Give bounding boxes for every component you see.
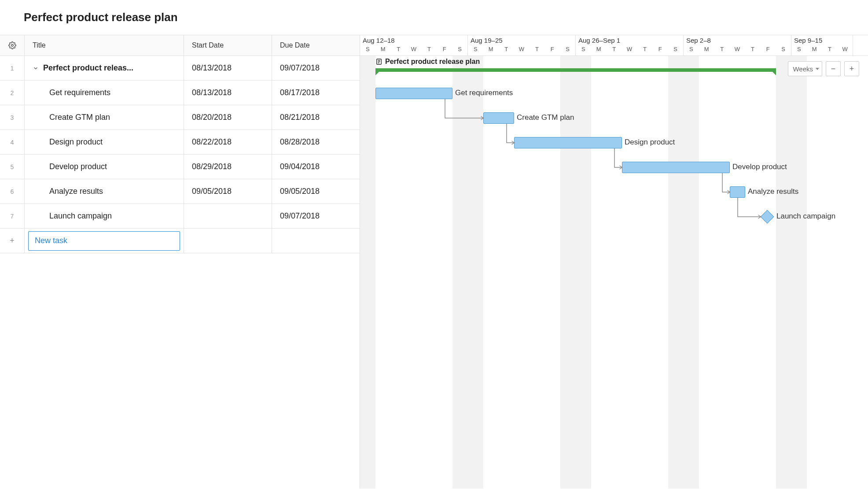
start-date-cell[interactable]: [184, 204, 272, 228]
svg-point-0: [11, 44, 13, 47]
dependency-arrow: [613, 147, 626, 171]
zoom-label: Weeks: [793, 65, 813, 73]
table-row[interactable]: 2Get requirements08/13/201808/17/2018: [0, 81, 360, 105]
task-title: Develop product: [49, 162, 107, 171]
task-bar[interactable]: [375, 88, 452, 99]
day-label: T: [637, 46, 652, 52]
start-date-cell[interactable]: 08/13/2018: [184, 81, 272, 105]
task-title-cell[interactable]: Perfect product releas...: [25, 56, 184, 80]
due-date-cell[interactable]: 08/21/2018: [272, 105, 360, 130]
new-task-row[interactable]: +: [0, 229, 360, 253]
row-number: 4: [0, 130, 25, 154]
day-label: S: [776, 46, 791, 52]
day-label: T: [499, 46, 514, 52]
chevron-down-icon: [816, 68, 819, 70]
task-bar-label: Get requirements: [455, 89, 513, 97]
task-bar-label: Design product: [625, 138, 675, 147]
day-label: S: [668, 46, 683, 52]
gantt-chart[interactable]: Aug 12–18SMTWTFSAug 19–25SMTWTFSAug 26–S…: [360, 35, 868, 489]
summary-label: Perfect product release plan: [385, 58, 480, 66]
timeline-header: Aug 12–18SMTWTFSAug 19–25SMTWTFSAug 26–S…: [360, 35, 868, 56]
week-header: Aug 26–Sep 1SMTWTFS: [576, 35, 684, 56]
day-label: T: [714, 46, 730, 52]
task-title: Create GTM plan: [49, 113, 110, 122]
start-date-cell[interactable]: 08/20/2018: [184, 105, 272, 130]
day-label: W: [406, 46, 422, 52]
due-date-cell[interactable]: 09/07/2018: [272, 204, 360, 228]
task-bar-label: Analyze results: [748, 187, 798, 196]
task-title-cell[interactable]: Design product: [25, 130, 184, 154]
col-header-start[interactable]: Start Date: [184, 35, 272, 56]
day-label: T: [607, 46, 622, 52]
row-number: 1: [0, 56, 25, 80]
gantt-row: Create GTM plan: [360, 105, 868, 130]
task-title-cell[interactable]: Create GTM plan: [25, 105, 184, 130]
day-label: S: [468, 46, 483, 52]
project-icon: [375, 58, 383, 65]
add-task-button[interactable]: +: [0, 229, 25, 253]
week-label: Sep 2–8: [684, 35, 791, 44]
due-date-cell[interactable]: 09/07/2018: [272, 56, 360, 80]
due-date-cell[interactable]: 08/28/2018: [272, 130, 360, 154]
day-label: T: [421, 46, 437, 52]
row-number: 3: [0, 105, 25, 130]
gantt-controls: Weeks − +: [788, 61, 859, 76]
day-label: T: [822, 46, 838, 52]
start-date-cell[interactable]: 09/05/2018: [184, 179, 272, 204]
page-title: Perfect product release plan: [0, 0, 868, 35]
week-header: Aug 19–25SMTWTFS: [468, 35, 576, 56]
day-label: M: [807, 46, 822, 52]
day-label: T: [529, 46, 544, 52]
dependency-arrow: [721, 171, 734, 196]
task-bar-label: Launch campaign: [776, 212, 835, 221]
due-date-cell[interactable]: 08/17/2018: [272, 81, 360, 105]
day-label: T: [391, 46, 406, 52]
day-label: S: [684, 46, 699, 52]
week-header: Aug 12–18SMTWTFS: [360, 35, 468, 56]
table-row[interactable]: 1 Perfect product releas... 08/13/2018 0…: [0, 56, 360, 81]
day-label: F: [760, 46, 776, 52]
table-row[interactable]: 5Develop product08/29/201809/04/2018: [0, 155, 360, 179]
day-label: F: [544, 46, 560, 52]
task-title-cell[interactable]: Launch campaign: [25, 204, 184, 228]
day-label: F: [437, 46, 452, 52]
task-bar[interactable]: [622, 162, 730, 173]
row-number: 5: [0, 155, 25, 179]
summary-bar[interactable]: [375, 68, 776, 72]
due-date-cell[interactable]: 09/04/2018: [272, 155, 360, 179]
zoom-in-button[interactable]: +: [844, 61, 859, 76]
week-label: Aug 19–25: [468, 35, 575, 44]
settings-button[interactable]: [0, 35, 25, 56]
week-label: Aug 26–Sep 1: [576, 35, 683, 44]
table-row[interactable]: 7Launch campaign09/07/2018: [0, 204, 360, 229]
gantt-body[interactable]: Perfect product release planGet requirem…: [360, 56, 868, 489]
start-date-cell[interactable]: 08/13/2018: [184, 56, 272, 80]
day-label: M: [375, 46, 391, 52]
start-date-cell[interactable]: 08/29/2018: [184, 155, 272, 179]
week-header: Sep 2–8SMTWTFS: [684, 35, 791, 56]
table-row[interactable]: 4Design product08/22/201808/28/2018: [0, 130, 360, 155]
task-title-cell[interactable]: Develop product: [25, 155, 184, 179]
dependency-arrow: [443, 97, 487, 122]
day-label: S: [560, 46, 575, 52]
task-title-cell[interactable]: Analyze results: [25, 179, 184, 204]
day-label: M: [483, 46, 499, 52]
zoom-out-button[interactable]: −: [826, 61, 841, 76]
day-label: S: [576, 46, 591, 52]
due-date-cell[interactable]: 09/05/2018: [272, 179, 360, 204]
table-row[interactable]: 6Analyze results09/05/201809/05/2018: [0, 179, 360, 204]
table-row[interactable]: 3Create GTM plan08/20/201808/21/2018: [0, 105, 360, 130]
day-label: S: [452, 46, 467, 52]
col-header-title[interactable]: Title: [25, 35, 184, 56]
task-title: Perfect product releas...: [43, 63, 133, 73]
new-task-input[interactable]: [28, 231, 180, 251]
chevron-down-icon[interactable]: [33, 65, 39, 71]
col-header-due[interactable]: Due Date: [272, 35, 360, 56]
task-bar[interactable]: [514, 137, 622, 148]
zoom-select[interactable]: Weeks: [788, 61, 822, 76]
start-date-cell[interactable]: 08/22/2018: [184, 130, 272, 154]
task-title-cell[interactable]: Get requirements: [25, 81, 184, 105]
row-number: 7: [0, 204, 25, 228]
day-label: F: [652, 46, 668, 52]
task-title: Launch campaign: [49, 211, 112, 221]
